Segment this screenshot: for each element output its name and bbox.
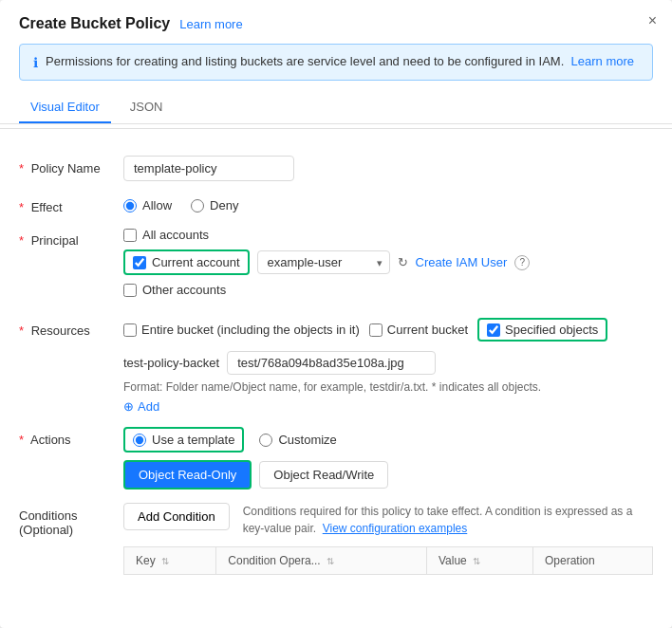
modal-header: Create Bucket Policy Learn more × bbox=[0, 0, 672, 44]
actions-control: Use a template Customize Object Read-Onl… bbox=[123, 427, 653, 489]
current-account-row: Current account example-user ↻ Create IA… bbox=[123, 249, 653, 275]
conditions-control: Add Condition Conditions required for th… bbox=[123, 503, 653, 575]
modal-title: Create Bucket Policy bbox=[19, 15, 170, 32]
conditions-table: Key ⇅ Condition Opera... ⇅ Value ⇅ bbox=[123, 546, 653, 575]
policy-name-row: * Policy Name bbox=[19, 156, 653, 181]
conditions-row: Conditions (Optional) Add Condition Cond… bbox=[19, 503, 653, 575]
use-template-option[interactable]: Use a template bbox=[133, 433, 234, 447]
form-body: * Policy Name * Effect Allow Deny bbox=[0, 140, 672, 603]
current-account-highlighted: Current account bbox=[123, 249, 250, 275]
conditions-desc: Conditions required for this policy to t… bbox=[243, 503, 653, 537]
resources-checkboxes: Entire bucket (including the objects in … bbox=[123, 318, 653, 342]
help-icon[interactable]: ? bbox=[514, 255, 530, 270]
col-value-sort-icon[interactable]: ⇅ bbox=[473, 556, 480, 566]
policy-name-input[interactable] bbox=[123, 156, 294, 181]
tabs-container: Visual Editor JSON bbox=[0, 92, 672, 124]
principal-row: * Principal All accounts Current account bbox=[19, 228, 653, 305]
use-template-highlighted: Use a template bbox=[123, 427, 244, 453]
resources-row: * Resources Entire bucket (including the… bbox=[19, 318, 653, 414]
specified-objects-checkbox[interactable] bbox=[487, 323, 500, 337]
user-select-wrapper: example-user bbox=[257, 250, 390, 274]
info-banner-text: Permissions for creating and listing buc… bbox=[46, 54, 634, 68]
user-select[interactable]: example-user bbox=[257, 250, 390, 274]
info-banner-link[interactable]: Learn more bbox=[571, 54, 634, 68]
all-accounts-checkbox[interactable] bbox=[123, 229, 137, 242]
create-bucket-policy-modal: Create Bucket Policy Learn more × ℹ Perm… bbox=[0, 0, 672, 628]
actions-radio-group: Use a template Customize bbox=[123, 427, 653, 453]
specified-objects-highlighted: Specified objects bbox=[477, 318, 607, 342]
current-bucket-checkbox[interactable] bbox=[369, 323, 383, 337]
current-account-checkbox[interactable] bbox=[133, 256, 146, 269]
bucket-path-input[interactable] bbox=[227, 351, 436, 375]
actions-row: * Actions Use a template Customize bbox=[19, 427, 653, 489]
conditions-top-row: Add Condition Conditions required for th… bbox=[123, 503, 653, 537]
info-banner: ℹ Permissions for creating and listing b… bbox=[19, 44, 653, 81]
tab-visual-editor[interactable]: Visual Editor bbox=[19, 92, 111, 123]
entire-bucket-checkbox[interactable] bbox=[123, 323, 137, 337]
format-hint: Format: Folder name/Object name, for exa… bbox=[123, 380, 653, 394]
entire-bucket-item: Entire bucket (including the objects in … bbox=[123, 323, 360, 337]
principal-control: All accounts Current account example-use… bbox=[123, 228, 653, 305]
effect-row: * Effect Allow Deny bbox=[19, 194, 653, 214]
col-value: Value ⇅ bbox=[426, 547, 532, 575]
add-condition-button[interactable]: Add Condition bbox=[123, 503, 230, 530]
policy-name-label: * Policy Name bbox=[19, 156, 123, 175]
col-key-sort-icon[interactable]: ⇅ bbox=[161, 556, 169, 566]
template-buttons: Object Read-Only Object Read/Write bbox=[123, 460, 653, 489]
effect-deny-option[interactable]: Deny bbox=[191, 198, 238, 212]
add-link[interactable]: ⊕ Add bbox=[123, 399, 159, 414]
conditions-header-row: Key ⇅ Condition Opera... ⇅ Value ⇅ bbox=[124, 547, 653, 575]
object-read-only-button[interactable]: Object Read-Only bbox=[123, 460, 252, 489]
conditions-label: Conditions (Optional) bbox=[19, 503, 123, 537]
effect-allow-option[interactable]: Allow bbox=[123, 198, 172, 212]
customize-option[interactable]: Customize bbox=[259, 433, 336, 447]
effect-control: Allow Deny bbox=[123, 194, 653, 212]
policy-name-control bbox=[123, 156, 653, 181]
current-bucket-item: Current bucket bbox=[369, 323, 468, 337]
customize-radio[interactable] bbox=[259, 434, 272, 447]
other-accounts-item: Other accounts bbox=[123, 283, 653, 297]
col-condition-opera: Condition Opera... ⇅ bbox=[216, 547, 427, 575]
use-template-radio[interactable] bbox=[133, 434, 146, 447]
tab-json[interactable]: JSON bbox=[119, 92, 175, 123]
effect-deny-radio[interactable] bbox=[191, 199, 204, 212]
col-operation: Operation bbox=[533, 547, 653, 575]
col-key: Key ⇅ bbox=[124, 547, 216, 575]
object-read-write-button[interactable]: Object Read/Write bbox=[259, 461, 388, 489]
principal-label: * Principal bbox=[19, 228, 123, 248]
view-config-link[interactable]: View configuration examples bbox=[323, 522, 468, 535]
bucket-name-label: test-policy-backet bbox=[123, 356, 219, 370]
resources-control: Entire bucket (including the objects in … bbox=[123, 318, 653, 414]
refresh-icon[interactable]: ↻ bbox=[398, 255, 408, 269]
col-condition-sort-icon[interactable]: ⇅ bbox=[327, 556, 334, 566]
effect-label: * Effect bbox=[19, 194, 123, 214]
resources-label: * Resources bbox=[19, 318, 123, 338]
close-button[interactable]: × bbox=[648, 13, 657, 28]
effect-allow-radio[interactable] bbox=[123, 199, 137, 212]
header-learn-more-link[interactable]: Learn more bbox=[179, 17, 242, 31]
conditions-table-head: Key ⇅ Condition Opera... ⇅ Value ⇅ bbox=[124, 547, 653, 575]
other-accounts-checkbox[interactable] bbox=[123, 284, 137, 297]
all-accounts-item: All accounts bbox=[123, 228, 653, 242]
create-iam-link[interactable]: Create IAM User bbox=[416, 255, 508, 269]
info-icon: ℹ bbox=[33, 55, 38, 70]
bucket-input-row: test-policy-backet bbox=[123, 351, 653, 375]
actions-label: * Actions bbox=[19, 427, 123, 447]
